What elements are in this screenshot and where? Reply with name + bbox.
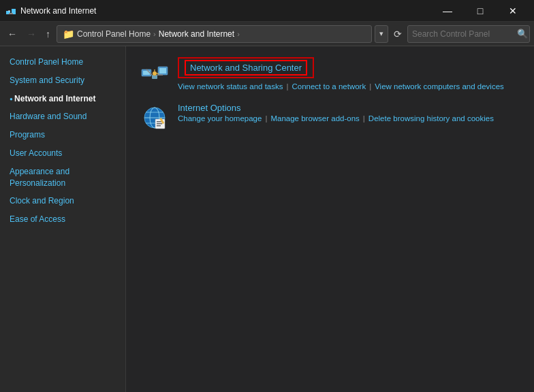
- window-controls: — □ ✕: [432, 1, 529, 21]
- internet-options-svg-icon: [142, 105, 168, 130]
- network-sharing-highlight-box: Network and Sharing Center: [178, 57, 314, 78]
- delete-browsing-history-link[interactable]: Delete browsing history and cookies: [368, 114, 494, 122]
- sidebar-item-control-panel-home[interactable]: Control Panel Home: [0, 53, 125, 71]
- sidebar-item-system-security[interactable]: System and Security: [0, 71, 125, 90]
- close-button[interactable]: ✕: [497, 1, 529, 21]
- window-icon: [5, 5, 16, 16]
- sidebar-item-clock-region[interactable]: Clock and Region: [0, 192, 125, 210]
- network-sharing-content: Network and Sharing Center View network …: [178, 57, 504, 91]
- connect-to-network-link[interactable]: Connect to a network: [292, 82, 366, 91]
- forward-button[interactable]: →: [23, 26, 40, 42]
- sidebar-item-ease-access[interactable]: Ease of Access: [0, 210, 125, 229]
- breadcrumb-control-panel[interactable]: Control Panel Home: [77, 29, 151, 39]
- view-network-status-link[interactable]: View network status and tasks: [178, 82, 283, 91]
- refresh-button[interactable]: ⟳: [391, 26, 405, 42]
- internet-options-icon: [140, 103, 170, 133]
- breadcrumb-bar: 📁 Control Panel Home › Network and Inter…: [57, 25, 372, 43]
- window-title: Network and Internet: [20, 6, 96, 16]
- sidebar-item-appearance[interactable]: Appearance and Personalization: [0, 163, 125, 193]
- network-sharing-center-icon: [141, 60, 168, 84]
- network-sharing-icon: [140, 57, 170, 87]
- sidebar-item-programs[interactable]: Programs: [0, 126, 125, 144]
- network-sharing-title[interactable]: Network and Sharing Center: [185, 60, 307, 76]
- svg-rect-22: [157, 125, 161, 127]
- search-input[interactable]: [412, 29, 514, 39]
- internet-options-title[interactable]: Internet Options: [178, 103, 241, 113]
- minimize-button[interactable]: —: [432, 1, 463, 21]
- back-button[interactable]: ←: [4, 26, 20, 42]
- breadcrumb-dropdown[interactable]: ▾: [375, 25, 388, 43]
- change-homepage-link[interactable]: Change your homepage: [178, 114, 262, 122]
- svg-point-11: [153, 71, 157, 76]
- svg-rect-2: [9, 13, 13, 14]
- svg-rect-7: [159, 68, 166, 74]
- internet-options-links: Change your homepage | Manage browser ad…: [178, 114, 494, 122]
- internet-options-content: Internet Options Change your homepage | …: [178, 103, 494, 122]
- main-layout: Control Panel Home System and Security N…: [0, 46, 534, 392]
- address-bar: ← → ↑ 📁 Control Panel Home › Network and…: [0, 22, 534, 46]
- svg-rect-21: [157, 123, 162, 125]
- up-button[interactable]: ↑: [42, 26, 54, 42]
- manage-browser-addons-link[interactable]: Manage browser add-ons: [270, 114, 359, 122]
- network-sharing-row: Network and Sharing Center View network …: [140, 57, 520, 91]
- view-network-computers-link[interactable]: View network computers and devices: [375, 82, 504, 91]
- sidebar: Control Panel Home System and Security N…: [0, 46, 126, 392]
- sidebar-item-user-accounts[interactable]: User Accounts: [0, 144, 125, 163]
- breadcrumb-current: Network and Internet: [159, 29, 234, 39]
- internet-options-row: Internet Options Change your homepage | …: [140, 103, 520, 133]
- search-box: 🔍: [407, 25, 530, 43]
- sidebar-item-network-internet: Network and Internet: [0, 90, 125, 108]
- maximize-button[interactable]: □: [465, 1, 496, 21]
- network-sharing-links: View network status and tasks | Connect …: [178, 82, 504, 91]
- folder-icon: 📁: [63, 29, 74, 39]
- content-area: Network and Sharing Center View network …: [126, 46, 534, 392]
- sidebar-item-hardware-sound[interactable]: Hardware and Sound: [0, 108, 125, 126]
- title-bar: Network and Internet — □ ✕: [0, 0, 534, 22]
- search-icon[interactable]: 🔍: [517, 29, 528, 39]
